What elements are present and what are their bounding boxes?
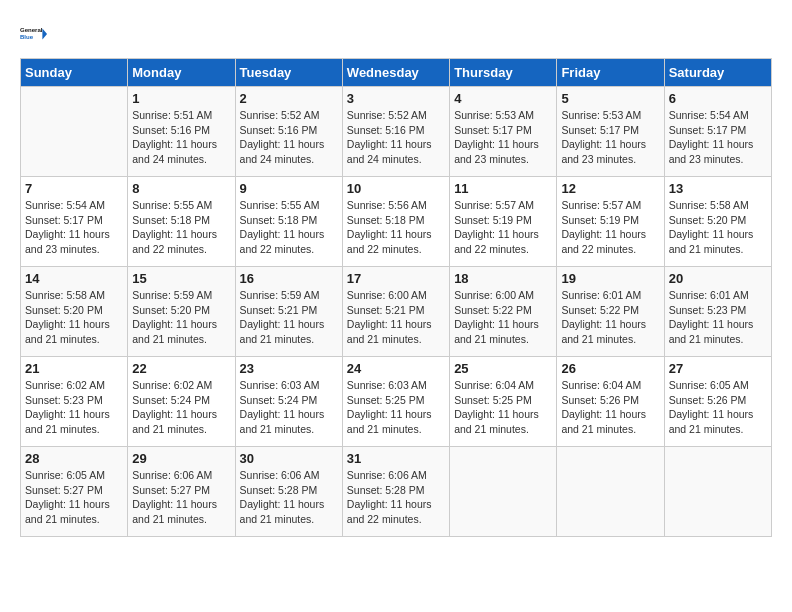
day-info: Sunrise: 6:06 AM Sunset: 5:27 PM Dayligh… (132, 468, 230, 527)
calendar-week-row: 7Sunrise: 5:54 AM Sunset: 5:17 PM Daylig… (21, 177, 772, 267)
day-number: 23 (240, 361, 338, 376)
calendar-cell: 24Sunrise: 6:03 AM Sunset: 5:25 PM Dayli… (342, 357, 449, 447)
day-info: Sunrise: 5:51 AM Sunset: 5:16 PM Dayligh… (132, 108, 230, 167)
day-number: 2 (240, 91, 338, 106)
calendar-cell: 21Sunrise: 6:02 AM Sunset: 5:23 PM Dayli… (21, 357, 128, 447)
day-info: Sunrise: 6:03 AM Sunset: 5:24 PM Dayligh… (240, 378, 338, 437)
day-number: 9 (240, 181, 338, 196)
day-number: 20 (669, 271, 767, 286)
calendar-cell (21, 87, 128, 177)
calendar-cell: 15Sunrise: 5:59 AM Sunset: 5:20 PM Dayli… (128, 267, 235, 357)
day-info: Sunrise: 5:59 AM Sunset: 5:20 PM Dayligh… (132, 288, 230, 347)
day-info: Sunrise: 6:05 AM Sunset: 5:27 PM Dayligh… (25, 468, 123, 527)
calendar-cell: 20Sunrise: 6:01 AM Sunset: 5:23 PM Dayli… (664, 267, 771, 357)
calendar-cell: 31Sunrise: 6:06 AM Sunset: 5:28 PM Dayli… (342, 447, 449, 537)
calendar-cell: 28Sunrise: 6:05 AM Sunset: 5:27 PM Dayli… (21, 447, 128, 537)
day-number: 14 (25, 271, 123, 286)
day-number: 10 (347, 181, 445, 196)
day-number: 5 (561, 91, 659, 106)
day-number: 13 (669, 181, 767, 196)
day-number: 18 (454, 271, 552, 286)
day-of-week-header: Thursday (450, 59, 557, 87)
day-info: Sunrise: 6:01 AM Sunset: 5:23 PM Dayligh… (669, 288, 767, 347)
calendar-cell: 23Sunrise: 6:03 AM Sunset: 5:24 PM Dayli… (235, 357, 342, 447)
calendar-week-row: 28Sunrise: 6:05 AM Sunset: 5:27 PM Dayli… (21, 447, 772, 537)
day-number: 17 (347, 271, 445, 286)
day-of-week-header: Saturday (664, 59, 771, 87)
day-info: Sunrise: 6:06 AM Sunset: 5:28 PM Dayligh… (240, 468, 338, 527)
svg-text:Blue: Blue (20, 34, 34, 40)
day-info: Sunrise: 5:54 AM Sunset: 5:17 PM Dayligh… (25, 198, 123, 257)
calendar-cell: 18Sunrise: 6:00 AM Sunset: 5:22 PM Dayli… (450, 267, 557, 357)
day-info: Sunrise: 5:52 AM Sunset: 5:16 PM Dayligh… (347, 108, 445, 167)
day-number: 3 (347, 91, 445, 106)
calendar-cell (450, 447, 557, 537)
day-number: 26 (561, 361, 659, 376)
calendar-cell: 26Sunrise: 6:04 AM Sunset: 5:26 PM Dayli… (557, 357, 664, 447)
calendar-cell: 10Sunrise: 5:56 AM Sunset: 5:18 PM Dayli… (342, 177, 449, 267)
day-of-week-header: Monday (128, 59, 235, 87)
calendar-cell: 6Sunrise: 5:54 AM Sunset: 5:17 PM Daylig… (664, 87, 771, 177)
day-number: 28 (25, 451, 123, 466)
svg-text:General: General (20, 27, 43, 33)
day-info: Sunrise: 6:05 AM Sunset: 5:26 PM Dayligh… (669, 378, 767, 437)
svg-marker-2 (42, 28, 47, 39)
day-number: 21 (25, 361, 123, 376)
day-info: Sunrise: 6:02 AM Sunset: 5:24 PM Dayligh… (132, 378, 230, 437)
day-number: 15 (132, 271, 230, 286)
calendar-cell: 7Sunrise: 5:54 AM Sunset: 5:17 PM Daylig… (21, 177, 128, 267)
day-info: Sunrise: 5:55 AM Sunset: 5:18 PM Dayligh… (132, 198, 230, 257)
calendar-cell (557, 447, 664, 537)
day-info: Sunrise: 6:02 AM Sunset: 5:23 PM Dayligh… (25, 378, 123, 437)
day-info: Sunrise: 6:00 AM Sunset: 5:22 PM Dayligh… (454, 288, 552, 347)
calendar-week-row: 14Sunrise: 5:58 AM Sunset: 5:20 PM Dayli… (21, 267, 772, 357)
calendar-cell: 5Sunrise: 5:53 AM Sunset: 5:17 PM Daylig… (557, 87, 664, 177)
calendar-cell: 14Sunrise: 5:58 AM Sunset: 5:20 PM Dayli… (21, 267, 128, 357)
day-info: Sunrise: 5:57 AM Sunset: 5:19 PM Dayligh… (454, 198, 552, 257)
day-info: Sunrise: 6:06 AM Sunset: 5:28 PM Dayligh… (347, 468, 445, 527)
calendar-cell: 8Sunrise: 5:55 AM Sunset: 5:18 PM Daylig… (128, 177, 235, 267)
calendar-cell: 12Sunrise: 5:57 AM Sunset: 5:19 PM Dayli… (557, 177, 664, 267)
day-number: 11 (454, 181, 552, 196)
day-info: Sunrise: 5:54 AM Sunset: 5:17 PM Dayligh… (669, 108, 767, 167)
day-info: Sunrise: 5:58 AM Sunset: 5:20 PM Dayligh… (25, 288, 123, 347)
day-info: Sunrise: 5:58 AM Sunset: 5:20 PM Dayligh… (669, 198, 767, 257)
day-of-week-header: Sunday (21, 59, 128, 87)
calendar-cell: 3Sunrise: 5:52 AM Sunset: 5:16 PM Daylig… (342, 87, 449, 177)
day-number: 30 (240, 451, 338, 466)
day-number: 27 (669, 361, 767, 376)
calendar-cell: 4Sunrise: 5:53 AM Sunset: 5:17 PM Daylig… (450, 87, 557, 177)
day-of-week-header: Tuesday (235, 59, 342, 87)
calendar-cell: 19Sunrise: 6:01 AM Sunset: 5:22 PM Dayli… (557, 267, 664, 357)
day-number: 1 (132, 91, 230, 106)
calendar-cell: 2Sunrise: 5:52 AM Sunset: 5:16 PM Daylig… (235, 87, 342, 177)
day-number: 19 (561, 271, 659, 286)
logo-icon: GeneralBlue (20, 20, 48, 48)
day-info: Sunrise: 6:04 AM Sunset: 5:25 PM Dayligh… (454, 378, 552, 437)
day-of-week-header: Friday (557, 59, 664, 87)
page-header: GeneralBlue (20, 20, 772, 48)
day-info: Sunrise: 5:52 AM Sunset: 5:16 PM Dayligh… (240, 108, 338, 167)
day-number: 4 (454, 91, 552, 106)
calendar-table: SundayMondayTuesdayWednesdayThursdayFrid… (20, 58, 772, 537)
day-info: Sunrise: 6:00 AM Sunset: 5:21 PM Dayligh… (347, 288, 445, 347)
calendar-cell: 1Sunrise: 5:51 AM Sunset: 5:16 PM Daylig… (128, 87, 235, 177)
calendar-cell: 27Sunrise: 6:05 AM Sunset: 5:26 PM Dayli… (664, 357, 771, 447)
calendar-cell: 11Sunrise: 5:57 AM Sunset: 5:19 PM Dayli… (450, 177, 557, 267)
day-number: 29 (132, 451, 230, 466)
calendar-cell: 25Sunrise: 6:04 AM Sunset: 5:25 PM Dayli… (450, 357, 557, 447)
calendar-week-row: 21Sunrise: 6:02 AM Sunset: 5:23 PM Dayli… (21, 357, 772, 447)
calendar-cell (664, 447, 771, 537)
day-number: 31 (347, 451, 445, 466)
day-of-week-header: Wednesday (342, 59, 449, 87)
calendar-cell: 30Sunrise: 6:06 AM Sunset: 5:28 PM Dayli… (235, 447, 342, 537)
calendar-cell: 16Sunrise: 5:59 AM Sunset: 5:21 PM Dayli… (235, 267, 342, 357)
day-number: 7 (25, 181, 123, 196)
calendar-cell: 17Sunrise: 6:00 AM Sunset: 5:21 PM Dayli… (342, 267, 449, 357)
day-info: Sunrise: 5:56 AM Sunset: 5:18 PM Dayligh… (347, 198, 445, 257)
day-info: Sunrise: 6:03 AM Sunset: 5:25 PM Dayligh… (347, 378, 445, 437)
day-info: Sunrise: 6:01 AM Sunset: 5:22 PM Dayligh… (561, 288, 659, 347)
day-number: 16 (240, 271, 338, 286)
day-info: Sunrise: 5:57 AM Sunset: 5:19 PM Dayligh… (561, 198, 659, 257)
calendar-cell: 9Sunrise: 5:55 AM Sunset: 5:18 PM Daylig… (235, 177, 342, 267)
